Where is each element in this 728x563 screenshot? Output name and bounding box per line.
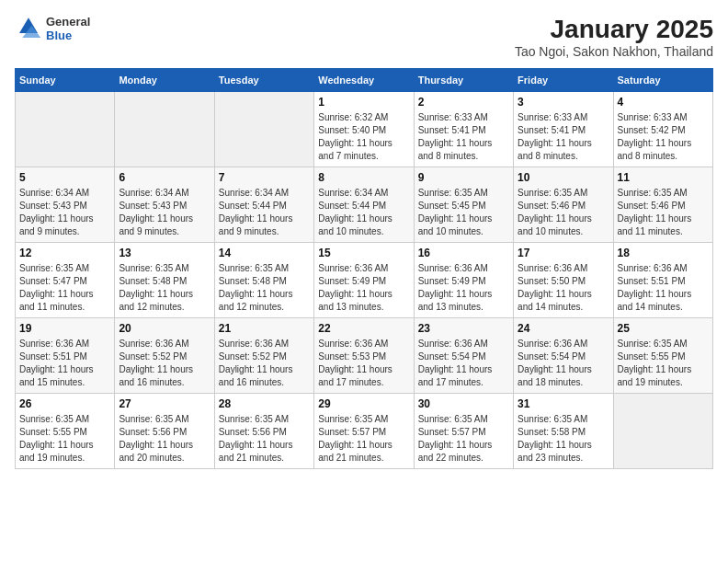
page-title: January 2025 [515,15,713,44]
day-info: Sunrise: 6:36 AM Sunset: 5:53 PM Dayligh… [318,338,409,389]
calendar-cell: 16Sunrise: 6:36 AM Sunset: 5:49 PM Dayli… [414,243,513,318]
day-number: 5 [19,171,110,184]
day-info: Sunrise: 6:36 AM Sunset: 5:52 PM Dayligh… [219,338,310,389]
calendar-cell: 7Sunrise: 6:34 AM Sunset: 5:44 PM Daylig… [214,167,313,243]
calendar-cell: 12Sunrise: 6:35 AM Sunset: 5:47 PM Dayli… [16,243,115,318]
col-header-sunday: Sunday [16,69,115,92]
day-number: 2 [418,96,509,109]
col-header-tuesday: Tuesday [214,69,313,92]
calendar-cell: 14Sunrise: 6:35 AM Sunset: 5:48 PM Dayli… [214,243,313,318]
day-number: 26 [19,397,110,410]
day-info: Sunrise: 6:35 AM Sunset: 5:48 PM Dayligh… [119,262,210,314]
calendar-cell: 6Sunrise: 6:34 AM Sunset: 5:43 PM Daylig… [115,167,214,243]
day-info: Sunrise: 6:34 AM Sunset: 5:44 PM Dayligh… [219,187,310,238]
day-number: 4 [618,96,709,109]
calendar-cell: 17Sunrise: 6:36 AM Sunset: 5:50 PM Dayli… [514,243,613,318]
calendar-cell: 13Sunrise: 6:35 AM Sunset: 5:48 PM Dayli… [115,243,214,318]
logo-general-text: General [46,15,90,29]
calendar-cell: 2Sunrise: 6:33 AM Sunset: 5:41 PM Daylig… [414,92,513,167]
day-info: Sunrise: 6:35 AM Sunset: 5:46 PM Dayligh… [618,187,709,238]
day-info: Sunrise: 6:33 AM Sunset: 5:41 PM Dayligh… [518,111,609,163]
day-info: Sunrise: 6:36 AM Sunset: 5:49 PM Dayligh… [418,262,509,314]
calendar-cell: 31Sunrise: 6:35 AM Sunset: 5:58 PM Dayli… [514,394,613,469]
calendar-cell: 27Sunrise: 6:35 AM Sunset: 5:56 PM Dayli… [115,394,214,469]
col-header-friday: Friday [514,69,613,92]
calendar-cell: 24Sunrise: 6:36 AM Sunset: 5:54 PM Dayli… [514,318,613,394]
day-number: 8 [318,171,409,184]
day-info: Sunrise: 6:34 AM Sunset: 5:43 PM Dayligh… [19,187,110,238]
calendar-cell: 26Sunrise: 6:35 AM Sunset: 5:55 PM Dayli… [16,394,115,469]
calendar-cell: 4Sunrise: 6:33 AM Sunset: 5:42 PM Daylig… [613,92,712,167]
day-info: Sunrise: 6:36 AM Sunset: 5:52 PM Dayligh… [119,338,210,389]
day-info: Sunrise: 6:32 AM Sunset: 5:40 PM Dayligh… [318,111,409,163]
col-header-thursday: Thursday [414,69,513,92]
day-number: 15 [318,247,409,259]
day-number: 22 [318,322,409,335]
day-number: 13 [119,247,210,259]
day-number: 16 [418,247,509,259]
calendar-table: SundayMondayTuesdayWednesdayThursdayFrid… [15,68,713,469]
day-number: 30 [418,397,509,410]
calendar-cell: 3Sunrise: 6:33 AM Sunset: 5:41 PM Daylig… [514,92,613,167]
day-number: 25 [618,322,709,335]
day-number: 28 [219,397,310,410]
day-info: Sunrise: 6:36 AM Sunset: 5:51 PM Dayligh… [618,262,709,314]
title-block: January 2025 Tao Ngoi, Sakon Nakhon, Tha… [515,15,713,59]
day-info: Sunrise: 6:36 AM Sunset: 5:51 PM Dayligh… [19,338,110,389]
col-header-saturday: Saturday [613,69,712,92]
day-number: 12 [19,247,110,259]
day-number: 31 [518,397,609,410]
day-info: Sunrise: 6:36 AM Sunset: 5:54 PM Dayligh… [418,338,509,389]
calendar-cell: 10Sunrise: 6:35 AM Sunset: 5:46 PM Dayli… [514,167,613,243]
day-info: Sunrise: 6:35 AM Sunset: 5:47 PM Dayligh… [19,262,110,314]
col-header-monday: Monday [115,69,214,92]
calendar-cell: 23Sunrise: 6:36 AM Sunset: 5:54 PM Dayli… [414,318,513,394]
calendar-cell: 9Sunrise: 6:35 AM Sunset: 5:45 PM Daylig… [414,167,513,243]
day-number: 1 [318,96,409,109]
day-number: 17 [518,247,609,259]
calendar-body: 1Sunrise: 6:32 AM Sunset: 5:40 PM Daylig… [16,92,713,469]
calendar-cell: 11Sunrise: 6:35 AM Sunset: 5:46 PM Dayli… [613,167,712,243]
page-subtitle: Tao Ngoi, Sakon Nakhon, Thailand [515,44,713,59]
day-number: 10 [518,171,609,184]
calendar-cell [214,92,313,167]
day-info: Sunrise: 6:33 AM Sunset: 5:41 PM Dayligh… [418,111,509,163]
day-info: Sunrise: 6:35 AM Sunset: 5:55 PM Dayligh… [19,413,110,465]
calendar-cell: 28Sunrise: 6:35 AM Sunset: 5:56 PM Dayli… [214,394,313,469]
day-info: Sunrise: 6:35 AM Sunset: 5:56 PM Dayligh… [119,413,210,465]
day-number: 3 [518,96,609,109]
day-number: 27 [119,397,210,410]
calendar-cell [115,92,214,167]
calendar-cell [613,394,712,469]
calendar-cell: 5Sunrise: 6:34 AM Sunset: 5:43 PM Daylig… [16,167,115,243]
page-header: General Blue January 2025 Tao Ngoi, Sako… [15,15,713,59]
week-row-2: 5Sunrise: 6:34 AM Sunset: 5:43 PM Daylig… [16,167,713,243]
calendar-cell: 25Sunrise: 6:35 AM Sunset: 5:55 PM Dayli… [613,318,712,394]
header-row: SundayMondayTuesdayWednesdayThursdayFrid… [16,69,713,92]
logo: General Blue [15,15,90,42]
calendar-cell [16,92,115,167]
calendar-cell: 30Sunrise: 6:35 AM Sunset: 5:57 PM Dayli… [414,394,513,469]
calendar-cell: 21Sunrise: 6:36 AM Sunset: 5:52 PM Dayli… [214,318,313,394]
week-row-4: 19Sunrise: 6:36 AM Sunset: 5:51 PM Dayli… [16,318,713,394]
day-info: Sunrise: 6:33 AM Sunset: 5:42 PM Dayligh… [618,111,709,163]
day-number: 6 [119,171,210,184]
calendar-cell: 19Sunrise: 6:36 AM Sunset: 5:51 PM Dayli… [16,318,115,394]
day-info: Sunrise: 6:35 AM Sunset: 5:58 PM Dayligh… [518,413,609,465]
calendar-cell: 20Sunrise: 6:36 AM Sunset: 5:52 PM Dayli… [115,318,214,394]
day-info: Sunrise: 6:34 AM Sunset: 5:44 PM Dayligh… [318,187,409,238]
calendar-header: SundayMondayTuesdayWednesdayThursdayFrid… [16,69,713,92]
col-header-wednesday: Wednesday [314,69,414,92]
day-number: 14 [219,247,310,259]
day-info: Sunrise: 6:35 AM Sunset: 5:46 PM Dayligh… [518,187,609,238]
day-info: Sunrise: 6:35 AM Sunset: 5:57 PM Dayligh… [418,413,509,465]
day-number: 21 [219,322,310,335]
day-number: 11 [618,171,709,184]
logo-blue-text: Blue [46,29,90,42]
calendar-cell: 15Sunrise: 6:36 AM Sunset: 5:49 PM Dayli… [314,243,414,318]
calendar-cell: 1Sunrise: 6:32 AM Sunset: 5:40 PM Daylig… [314,92,414,167]
day-number: 23 [418,322,509,335]
day-info: Sunrise: 6:36 AM Sunset: 5:54 PM Dayligh… [518,338,609,389]
day-number: 18 [618,247,709,259]
day-info: Sunrise: 6:36 AM Sunset: 5:49 PM Dayligh… [318,262,409,314]
